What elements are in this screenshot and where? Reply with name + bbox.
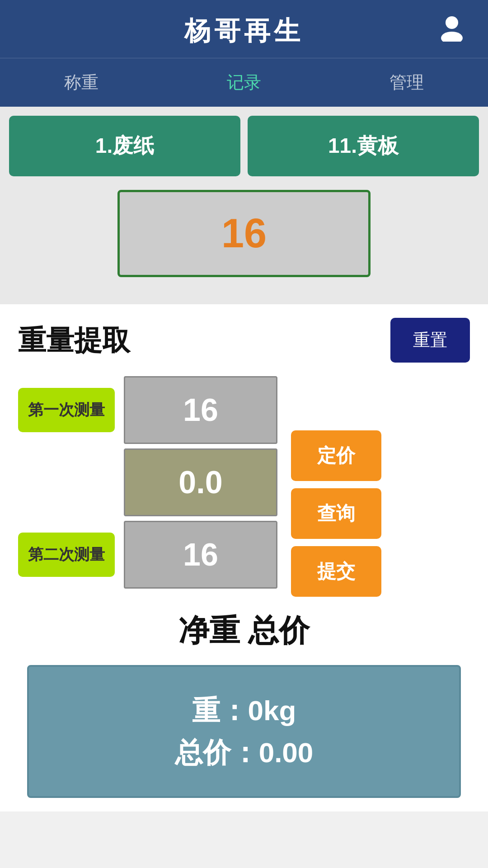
app-title: 杨哥再生	[184, 14, 304, 49]
nav-tabs: 称重 记录 管理	[0, 58, 488, 107]
category-btn-2[interactable]: 11.黄板	[248, 116, 479, 176]
svg-point-1	[441, 32, 463, 42]
section-header: 重量提取 重置	[18, 318, 470, 363]
weight-display-wrapper: 16	[9, 190, 479, 277]
price-button[interactable]: 定价	[291, 430, 381, 481]
measurement1-label: 第一次测量	[18, 388, 115, 432]
summary-box: 重：0kg 总价：0.00	[27, 665, 461, 798]
measurement2-label: 第二次测量	[18, 533, 115, 577]
avatar[interactable]	[438, 14, 465, 43]
measurement1-value-box: 16	[124, 376, 277, 444]
user-icon	[438, 14, 465, 42]
category-btn-1[interactable]: 1.废纸	[9, 116, 240, 176]
net-total-label: 净重 总价	[18, 610, 470, 651]
section-title: 重量提取	[18, 321, 130, 359]
tab-records[interactable]: 记录	[163, 58, 325, 107]
summary-total: 总价：0.00	[47, 731, 441, 774]
measurement2-value-box: 0.0	[124, 448, 277, 516]
summary-weight: 重：0kg	[47, 689, 441, 731]
weight-display-box: 16	[117, 190, 371, 277]
reset-button[interactable]: 重置	[390, 318, 470, 363]
category-row: 1.废纸 11.黄板	[9, 116, 479, 176]
measurement3-value: 16	[183, 537, 218, 572]
measurement2-value: 0.0	[178, 465, 222, 500]
query-button[interactable]: 查询	[291, 488, 381, 539]
svg-point-0	[446, 16, 458, 29]
content-area: 1.废纸 11.黄板 16	[0, 107, 488, 304]
main-section: 重量提取 重置 第一次测量 16 第一次测量 0.0 第二次测量	[0, 304, 488, 811]
header: 杨哥再生	[0, 0, 488, 58]
measurement3-value-box: 16	[124, 521, 277, 589]
tab-manage[interactable]: 管理	[325, 58, 488, 107]
weight-display-value: 16	[221, 211, 267, 256]
tab-weigh[interactable]: 称重	[0, 58, 163, 107]
measurement1-value: 16	[183, 392, 218, 428]
submit-button[interactable]: 提交	[291, 546, 381, 597]
